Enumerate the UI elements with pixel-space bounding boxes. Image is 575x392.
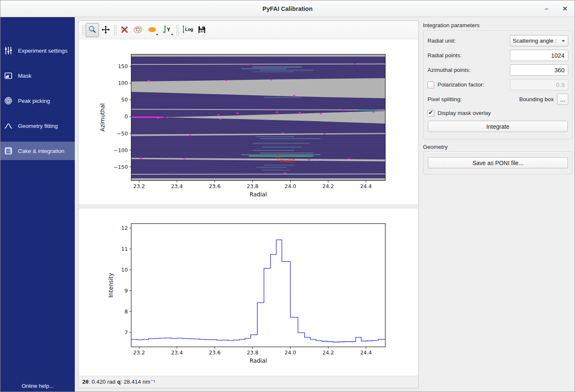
svg-text:24.4: 24.4 <box>360 349 372 356</box>
sidebar-item-label: Cake & integration <box>18 148 64 154</box>
svg-text:−100: −100 <box>114 147 128 153</box>
azimuthal-points-label: Azimuthal points: <box>427 67 471 73</box>
window-title: PyFAI Calibration <box>0 0 575 17</box>
status-2theta-label: 2θ <box>82 379 89 385</box>
svg-text:24.4: 24.4 <box>360 183 372 189</box>
radial-points-input[interactable] <box>510 50 568 61</box>
online-help-link[interactable]: Online help... <box>0 383 75 389</box>
azimuthal-points-input[interactable] <box>510 64 568 76</box>
display-mask-overlay-checkbox[interactable] <box>427 110 434 117</box>
pan-tool-button[interactable] <box>99 23 112 37</box>
svg-text:mark0: mark0 <box>280 158 295 164</box>
sidebar-item-mask[interactable]: Mask <box>0 66 75 85</box>
mask-shape-button[interactable] <box>145 23 160 37</box>
svg-text:8: 8 <box>125 308 128 315</box>
svg-text:23.6: 23.6 <box>209 183 221 189</box>
sidebar-item-geometry-fitting[interactable]: Geometry fitting <box>0 117 75 135</box>
svg-text:Y: Y <box>167 26 170 33</box>
app-window: PyFAI Calibration – ✕ Experiment setting… <box>0 0 575 392</box>
pixel-splitting-more-button[interactable]: ... <box>557 94 568 105</box>
pixel-splitting-value: Bounding box <box>519 96 554 102</box>
svg-text:23.2: 23.2 <box>133 183 145 189</box>
geometry-group: Save as PONI file... <box>423 151 572 174</box>
polarization-label: Polarization factor: <box>438 81 484 88</box>
log-scale-button[interactable]: Log <box>180 23 195 37</box>
chevron-down-icon <box>562 40 565 42</box>
radial-unit-select[interactable]: Scattering angle : <box>510 35 568 46</box>
y-axis-orientation-button[interactable]: Y a <box>160 23 175 37</box>
zoom-tool-button[interactable] <box>86 23 99 37</box>
toolbar-grip[interactable] <box>114 25 117 36</box>
svg-text:150: 150 <box>118 63 128 69</box>
svg-text:50: 50 <box>121 97 128 103</box>
unzoom-button[interactable] <box>118 23 131 37</box>
minimize-button[interactable]: – <box>541 3 552 14</box>
svg-text:23.8: 23.8 <box>247 183 259 189</box>
sidebar-item-cake-integration[interactable]: Cake & integration <box>0 142 75 160</box>
log-icon: Log <box>181 25 194 34</box>
integrate-button[interactable]: Integrate <box>428 121 568 132</box>
svg-text:10: 10 <box>121 267 128 273</box>
svg-text:24.0: 24.0 <box>285 183 296 189</box>
options-panel: Integration parameters Radial unit: Scat… <box>420 17 575 392</box>
svg-text:100: 100 <box>118 80 128 86</box>
sidebar-item-label: Geometry fitting <box>18 123 58 129</box>
svg-text:24.2: 24.2 <box>322 349 334 356</box>
mask-image-icon <box>4 71 13 80</box>
sidebar-item-experiment-settings[interactable]: Experiment settings <box>0 41 75 60</box>
status-q-value: : 28.414 nm⁻¹ <box>120 379 155 385</box>
svg-text:Azimuthal: Azimuthal <box>99 103 106 132</box>
floppy-icon <box>198 25 206 34</box>
svg-text:−50: −50 <box>117 130 128 137</box>
svg-text:7: 7 <box>125 329 128 336</box>
integration-parameters-title: Integration parameters <box>423 22 480 28</box>
display-mask-overlay-label: Display mask overlay <box>438 110 491 116</box>
polarization-input <box>510 79 568 90</box>
svg-text:0: 0 <box>125 113 128 120</box>
svg-text:Radial: Radial <box>249 191 267 198</box>
plot-panel: Y a Log <box>78 20 419 388</box>
sliders-icon <box>4 46 13 55</box>
svg-text:a: a <box>163 31 165 33</box>
move-arrows-icon <box>102 25 110 34</box>
plot-splitter[interactable] <box>79 204 418 209</box>
svg-text:Log: Log <box>185 27 193 32</box>
svg-text:23.4: 23.4 <box>171 183 183 189</box>
colormap-button[interactable] <box>131 23 145 37</box>
svg-text:24.2: 24.2 <box>322 183 334 189</box>
dropdown-caret-icon <box>156 34 158 36</box>
radial-unit-label: Radial unit: <box>427 38 456 44</box>
svg-text:24.0: 24.0 <box>285 349 296 356</box>
radial-points-label: Radial points: <box>427 52 462 59</box>
sidebar: Experiment settings Mask Peak picking <box>0 17 75 392</box>
peak-curve-icon <box>4 122 13 130</box>
toolbar-grip[interactable] <box>176 25 179 36</box>
dropdown-caret-icon <box>171 34 173 36</box>
status-2theta-value: : 0.420 rad <box>89 379 117 385</box>
geometry-title: Geometry <box>423 144 448 150</box>
close-button[interactable]: ✕ <box>560 3 570 14</box>
save-button[interactable] <box>195 23 209 37</box>
cake-2d-plot[interactable]: mark023.223.423.623.824.024.224.41501005… <box>79 39 418 204</box>
save-poni-button[interactable]: Save as PONI file... <box>428 157 568 168</box>
sidebar-item-label: Mask <box>18 73 31 79</box>
svg-text:9: 9 <box>125 288 128 294</box>
polarization-checkbox[interactable] <box>427 81 434 88</box>
svg-text:−150: −150 <box>114 164 128 170</box>
palette-icon <box>133 25 142 34</box>
plot-toolbar: Y a Log <box>79 21 418 39</box>
title-bar: PyFAI Calibration – ✕ <box>0 0 575 17</box>
integration-parameters-group: Radial unit: Scattering angle : Radial p… <box>423 31 572 139</box>
sidebar-item-peak-picking[interactable]: Peak picking <box>0 92 75 110</box>
toolbar-grip[interactable] <box>81 25 84 36</box>
svg-text:12: 12 <box>121 225 128 231</box>
svg-text:23.2: 23.2 <box>133 349 145 356</box>
svg-text:23.6: 23.6 <box>209 349 221 356</box>
svg-text:23.4: 23.4 <box>171 349 183 356</box>
status-bar: 2θ: 0.420 rad q: 28.414 nm⁻¹ <box>79 376 418 388</box>
svg-text:Radial: Radial <box>249 357 267 364</box>
integration-1d-plot[interactable]: 23.223.423.623.824.024.224.4789101112Rad… <box>79 209 418 376</box>
sidebar-item-label: Experiment settings <box>18 48 68 54</box>
zoom-reset-icon <box>120 25 129 34</box>
svg-text:11: 11 <box>121 246 128 252</box>
